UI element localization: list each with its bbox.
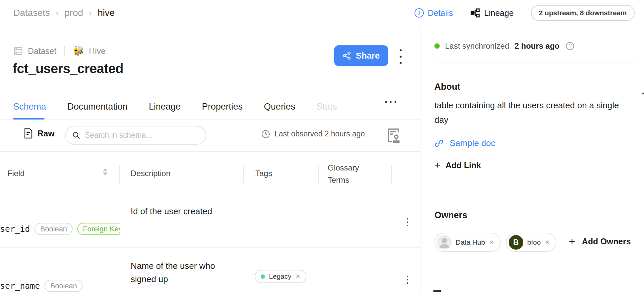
row-menu-button[interactable] bbox=[406, 276, 409, 284]
column-divider[interactable] bbox=[119, 166, 120, 183]
column-header-tags: Tags bbox=[255, 169, 272, 178]
link-icon bbox=[434, 139, 444, 148]
owner-name: Data Hub bbox=[456, 238, 485, 246]
last-observed: Last observed 2 hours ago bbox=[261, 129, 365, 138]
add-owners-label: Add Owners bbox=[582, 237, 631, 246]
row-menu-button[interactable] bbox=[406, 218, 409, 226]
owner-name: bfoo bbox=[527, 238, 541, 246]
plus-icon: + bbox=[569, 236, 575, 247]
raw-label: Raw bbox=[37, 129, 54, 138]
more-options-menu[interactable] bbox=[397, 49, 405, 64]
breadcrumb-hive[interactable]: hive bbox=[98, 8, 115, 18]
add-owners-button[interactable]: + Add Owners bbox=[569, 236, 631, 247]
entity-main-panel: Dataset 🐝 Hive Share fct_users_created S… bbox=[0, 26, 420, 292]
remove-owner-icon[interactable]: ✕ bbox=[489, 239, 494, 246]
type-badge: Boolean bbox=[44, 280, 83, 292]
divider bbox=[64, 46, 65, 56]
share-label: Share bbox=[356, 51, 380, 61]
owner-chip-bfoo[interactable]: B bfoo ✕ bbox=[506, 233, 556, 252]
avatar: B bbox=[509, 235, 523, 250]
search-icon bbox=[72, 131, 80, 139]
remove-owner-icon[interactable]: ✕ bbox=[545, 239, 550, 246]
column-header-glossary-terms: Glossary Terms bbox=[328, 162, 365, 186]
clock-icon bbox=[261, 130, 270, 138]
last-synchronized: Last synchronized 2 hours ago ? bbox=[434, 41, 574, 51]
schema-search[interactable] bbox=[65, 126, 206, 145]
tabs-overflow-button[interactable]: ··· bbox=[385, 96, 399, 108]
lineage-toggle[interactable]: Lineage bbox=[470, 8, 514, 18]
sample-doc-label: Sample doc bbox=[450, 138, 495, 148]
share-icon bbox=[343, 51, 351, 60]
sync-value: 2 hours ago bbox=[514, 41, 559, 51]
sort-icon[interactable] bbox=[103, 168, 107, 175]
table-row[interactable]: Id of the user created user_id Boolean F… bbox=[0, 192, 420, 247]
tab-properties[interactable]: Properties bbox=[202, 102, 243, 112]
info-icon: i bbox=[415, 8, 424, 18]
plus-icon: + bbox=[434, 160, 440, 170]
tab-documentation[interactable]: Documentation bbox=[67, 102, 128, 112]
tag-label: Legacy bbox=[269, 272, 291, 280]
tab-lineage[interactable]: Lineage bbox=[149, 102, 181, 112]
add-link-button[interactable]: + Add Link bbox=[434, 160, 481, 170]
breadcrumb-datasets[interactable]: Datasets bbox=[13, 8, 50, 18]
sync-status-dot bbox=[434, 43, 440, 49]
tab-queries[interactable]: Queries bbox=[264, 102, 295, 112]
dataset-icon bbox=[13, 46, 23, 56]
help-icon[interactable]: ? bbox=[566, 42, 574, 50]
last-observed-label: Last observed 2 hours ago bbox=[275, 129, 365, 138]
breadcrumb-separator: › bbox=[56, 8, 59, 18]
details-label: Details bbox=[428, 8, 453, 18]
details-toggle[interactable]: i Details bbox=[415, 8, 453, 18]
column-header-description: Description bbox=[131, 169, 170, 178]
lineage-counts-pill[interactable]: 2 upstream, 8 downstream bbox=[531, 5, 635, 21]
hive-platform-icon: 🐝 bbox=[73, 46, 84, 56]
owners-list: Data Hub ✕ B bfoo ✕ bbox=[434, 233, 556, 252]
raw-document-icon bbox=[24, 128, 33, 139]
lineage-icon bbox=[470, 8, 480, 18]
sync-label: Last synchronized bbox=[445, 41, 509, 51]
edit-icon[interactable] bbox=[642, 91, 644, 95]
field-name[interactable]: user_name bbox=[0, 281, 40, 291]
sample-doc-link[interactable]: Sample doc bbox=[434, 138, 495, 148]
add-link-label: Add Link bbox=[446, 161, 481, 170]
foreign-key-badge[interactable]: Foreign Key bbox=[77, 223, 120, 235]
owners-heading: Owners bbox=[434, 210, 467, 220]
platform-label[interactable]: Hive bbox=[89, 46, 105, 56]
tab-bar: Schema Documentation Lineage Properties … bbox=[13, 94, 337, 119]
about-description: table containing all the users created o… bbox=[434, 98, 630, 127]
tabs-scroll-fade bbox=[358, 92, 386, 119]
remove-tag-icon[interactable]: ✕ bbox=[295, 273, 300, 280]
tab-schema[interactable]: Schema bbox=[13, 102, 46, 112]
breadcrumb-prod[interactable]: prod bbox=[65, 8, 83, 18]
column-divider[interactable] bbox=[391, 166, 392, 183]
audit-stamp-icon[interactable] bbox=[387, 128, 401, 144]
type-badge: Boolean bbox=[34, 223, 73, 235]
avatar bbox=[437, 235, 452, 250]
entity-sidebar: Last synchronized 2 hours ago ? About ta… bbox=[420, 26, 644, 292]
field-description[interactable]: Name of the user who signed up bbox=[131, 259, 233, 286]
raw-toggle-button[interactable]: Raw bbox=[24, 128, 54, 139]
column-divider[interactable] bbox=[318, 166, 319, 183]
schema-toolbar: Raw Last observed 2 hours ago bbox=[0, 120, 420, 152]
entity-type-label: Dataset bbox=[28, 46, 56, 56]
field-name[interactable]: user_id bbox=[0, 224, 30, 234]
page-title: fct_users_created bbox=[13, 61, 123, 76]
column-divider[interactable] bbox=[243, 166, 244, 183]
schema-table-header: Field Description Tags Glossary Terms bbox=[0, 156, 420, 192]
table-row[interactable]: Name of the user who signed up Legacy ✕ … bbox=[0, 248, 420, 292]
tag-legacy[interactable]: Legacy ✕ bbox=[255, 270, 306, 283]
lineage-label: Lineage bbox=[484, 8, 514, 18]
divider bbox=[434, 63, 637, 63]
tab-stats[interactable]: Stats bbox=[316, 102, 337, 112]
field-description[interactable]: Id of the user created bbox=[131, 205, 270, 218]
search-input[interactable] bbox=[85, 131, 194, 140]
owner-chip-datahub[interactable]: Data Hub ✕ bbox=[434, 233, 501, 252]
share-button[interactable]: Share bbox=[334, 45, 388, 66]
breadcrumb-separator: › bbox=[89, 8, 92, 18]
top-bar: Datasets › prod › hive i Details Lineage… bbox=[0, 0, 644, 26]
next-section-heading-clipped bbox=[433, 290, 441, 292]
breadcrumb: Datasets › prod › hive bbox=[13, 8, 115, 18]
column-header-field[interactable]: Field bbox=[7, 169, 25, 178]
about-heading: About bbox=[434, 82, 460, 92]
tag-color-dot bbox=[261, 274, 265, 279]
